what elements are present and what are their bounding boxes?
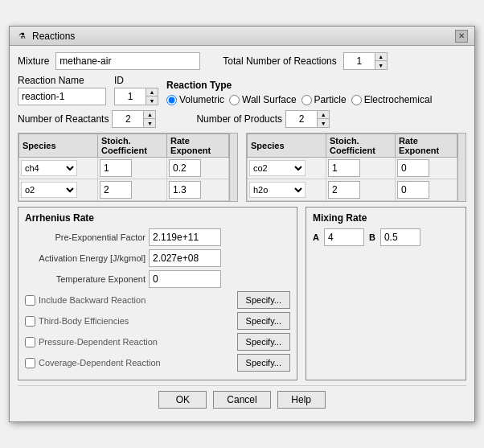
reactants-up[interactable]: ▲ xyxy=(144,111,155,119)
id-group: ID ▲ ▼ xyxy=(114,75,158,105)
radio-electrochemical[interactable]: Electrochemical xyxy=(351,94,433,105)
products-col-stoich: Stoich.Coefficient xyxy=(326,134,396,158)
act-energy-input[interactable] xyxy=(149,249,221,267)
counts-row: Number of Reactants ▲ ▼ Number of Produc… xyxy=(18,110,466,128)
products-table-container: Species Stoich.Coefficient RateExponent … xyxy=(246,133,466,202)
pre-exp-input[interactable] xyxy=(149,228,221,246)
temp-exp-input[interactable] xyxy=(149,270,221,288)
mixing-a-input[interactable] xyxy=(324,228,364,246)
backward-checkbox-label[interactable]: Include Backward Reaction xyxy=(25,295,146,306)
reactants-col-stoich: Stoich.Coefficient xyxy=(98,134,167,158)
arrhenius-title: Arrhenius Rate xyxy=(25,212,290,224)
total-reactions-label: Total Number of Reactions xyxy=(223,55,336,67)
reactant-1-species[interactable]: ch4 xyxy=(21,160,77,176)
reactant-2-rate[interactable] xyxy=(169,181,201,199)
mixing-b-label: B xyxy=(369,232,375,242)
id-down[interactable]: ▼ xyxy=(146,97,158,105)
mixing-title: Mixing Rate xyxy=(313,212,459,224)
reactants-table-container: Species Stoich.Coefficient RateExponent … xyxy=(18,133,238,202)
reactants-down[interactable]: ▼ xyxy=(144,119,155,127)
thirdbody-checkbox-label[interactable]: Third-Body Efficiencies xyxy=(25,316,129,327)
radio-wall-surface[interactable]: Wall Surface xyxy=(229,94,297,105)
product-2-species[interactable]: h2o xyxy=(249,182,306,198)
reactant-1-rate[interactable] xyxy=(169,159,201,177)
products-input[interactable] xyxy=(285,110,318,128)
reaction-type-group: Reaction Type Volumetric Wall Surface Pa… xyxy=(166,80,432,105)
coverage-checkbox-label[interactable]: Coverage-Dependent Reaction xyxy=(25,358,161,368)
reaction-name-input[interactable] xyxy=(18,88,106,105)
pre-exp-label: Pre-Exponential Factor xyxy=(25,232,146,242)
close-button[interactable]: ✕ xyxy=(455,30,468,43)
arrhenius-section: Arrhenius Rate Pre-Exponential Factor Ac… xyxy=(18,207,297,380)
products-up[interactable]: ▲ xyxy=(318,111,329,119)
reaction-type-label: Reaction Type xyxy=(166,80,432,91)
act-energy-label: Activation Energy [J/kgmol] xyxy=(25,253,146,263)
reactants-col-species: Species xyxy=(19,134,98,158)
mixture-input[interactable] xyxy=(55,52,200,70)
tables-row: Species Stoich.Coefficient RateExponent … xyxy=(18,133,466,202)
reactants-scrollbar[interactable] xyxy=(229,134,237,201)
reactants-col-rate: RateExponent xyxy=(167,134,229,158)
reaction-name-group: Reaction Name xyxy=(18,75,106,105)
product-1-stoich[interactable] xyxy=(328,159,360,177)
reactions-dialog: ⚗ Reactions ✕ Mixture Total Number of Re… xyxy=(9,26,475,422)
pressure-checkbox-label[interactable]: Pressure-Dependent Reaction xyxy=(25,337,158,347)
product-1-species[interactable]: co2 xyxy=(249,160,306,176)
total-reactions-up[interactable]: ▲ xyxy=(375,53,387,61)
products-col-rate: RateExponent xyxy=(396,134,457,158)
id-label: ID xyxy=(114,75,158,86)
radio-volumetric[interactable]: Volumetric xyxy=(166,94,224,105)
pressure-specify-btn[interactable]: Specify... xyxy=(237,333,290,351)
products-label: Number of Products xyxy=(196,113,282,125)
coverage-specify-btn[interactable]: Specify... xyxy=(237,354,290,372)
reactants-table: Species Stoich.Coefficient RateExponent … xyxy=(18,134,229,201)
total-reactions-spinner: ▲ ▼ xyxy=(343,52,388,70)
total-reactions-down[interactable]: ▼ xyxy=(375,61,387,69)
reactants-input[interactable] xyxy=(112,110,144,128)
thirdbody-specify-btn[interactable]: Specify... xyxy=(237,312,290,330)
id-input[interactable] xyxy=(114,88,146,105)
bottom-sections: Arrhenius Rate Pre-Exponential Factor Ac… xyxy=(18,207,466,380)
products-table: Species Stoich.Coefficient RateExponent … xyxy=(247,134,457,201)
product-1-rate[interactable] xyxy=(397,159,429,177)
reactants-label: Number of Reactants xyxy=(18,113,109,125)
products-count: Number of Products ▲ ▼ xyxy=(196,110,330,128)
mixing-a-label: A xyxy=(313,232,319,242)
reaction-name-label: Reaction Name xyxy=(18,75,106,86)
dialog-title: Reactions xyxy=(32,31,75,42)
ok-button[interactable]: OK xyxy=(158,391,207,409)
total-reactions-input[interactable] xyxy=(343,52,375,70)
coverage-checkbox[interactable] xyxy=(25,358,35,368)
dialog-content: Mixture Total Number of Reactions ▲ ▼ Re… xyxy=(10,46,474,421)
backward-specify-btn[interactable]: Specify... xyxy=(237,291,290,309)
temp-exp-label: Temperature Exponent xyxy=(25,274,146,284)
help-button[interactable]: Help xyxy=(277,391,326,409)
mixing-b-input[interactable] xyxy=(380,228,420,246)
thirdbody-checkbox[interactable] xyxy=(25,316,35,327)
table-row: o2 xyxy=(19,179,229,201)
cancel-button[interactable]: Cancel xyxy=(213,391,270,409)
id-up[interactable]: ▲ xyxy=(146,88,158,97)
mixture-row: Mixture Total Number of Reactions ▲ ▼ xyxy=(18,52,466,70)
table-row: ch4 xyxy=(19,158,229,179)
table-row: h2o xyxy=(248,179,457,201)
reactant-1-stoich[interactable] xyxy=(100,159,132,177)
backward-checkbox[interactable] xyxy=(25,295,35,306)
dialog-icon: ⚗ xyxy=(16,31,27,42)
titlebar: ⚗ Reactions ✕ xyxy=(10,27,474,46)
products-scrollbar[interactable] xyxy=(457,134,466,201)
product-2-stoich[interactable] xyxy=(328,181,360,199)
products-col-species: Species xyxy=(248,134,326,158)
reactant-2-stoich[interactable] xyxy=(100,181,132,199)
mixing-section: Mixing Rate A B xyxy=(306,207,466,380)
pressure-checkbox[interactable] xyxy=(25,337,35,347)
products-down[interactable]: ▼ xyxy=(318,119,329,127)
product-2-rate[interactable] xyxy=(397,181,429,199)
buttons-row: OK Cancel Help xyxy=(18,385,466,415)
mixture-label: Mixture xyxy=(18,55,49,67)
radio-particle[interactable]: Particle xyxy=(301,94,347,105)
reactant-2-species[interactable]: o2 xyxy=(21,182,77,198)
reactants-count: Number of Reactants ▲ ▼ xyxy=(18,110,156,128)
table-row: co2 xyxy=(248,158,457,179)
